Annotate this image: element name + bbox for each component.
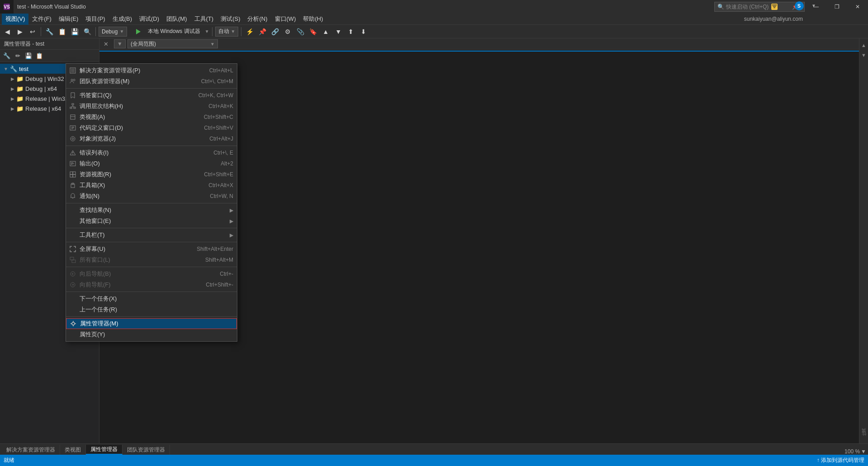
- bottom-tab-classview[interactable]: 类视图: [60, 445, 86, 455]
- toolbar-btn-i[interactable]: ⬆: [345, 26, 356, 37]
- svg-point-26: [72, 154, 73, 155]
- menu-prev-task[interactable]: 上一个任务(R): [66, 304, 237, 315]
- menu-item-debug[interactable]: 调试(D): [136, 14, 163, 25]
- svg-rect-12: [74, 107, 75, 108]
- toolbar-btn-4[interactable]: 💾: [69, 26, 80, 37]
- titlebar: VS test - Microsoft Visual Studio 🔍 快速启动…: [0, 0, 868, 14]
- menu-item-tools[interactable]: 工具(T): [191, 14, 217, 25]
- menu-sep-1: [66, 88, 237, 89]
- right-label-1[interactable]: 属: [861, 434, 867, 438]
- sidebar-tool-btn-4[interactable]: 📋: [34, 51, 44, 61]
- search-icon: 🔍: [717, 4, 724, 10]
- bottom-tab-teamexplorer[interactable]: 团队资源管理器: [123, 445, 170, 455]
- menubar: 视图(V) 文件(F) 编辑(E) 项目(P) 生成(B) 调试(D) 团队(M…: [0, 14, 868, 25]
- menu-error-list[interactable]: 错误列表(I) Ctrl+\, E: [66, 147, 237, 158]
- scope-name-dropdown[interactable]: (全局范围) ▼: [127, 39, 218, 48]
- svg-rect-38: [72, 260, 75, 263]
- menu-other-windows[interactable]: 其他窗口(E) ▶: [66, 216, 237, 226]
- toolbar-btn-j[interactable]: ⬇: [358, 26, 369, 37]
- menu-item-test[interactable]: 测试(S): [217, 14, 244, 25]
- menu-all-windows: 所有窗口(L) Shift+Alt+M: [66, 254, 237, 265]
- class-view-icon: [69, 113, 77, 121]
- add-to-source-control[interactable]: ↑ 添加到源代码管理: [817, 457, 864, 464]
- toolbar-btn-5[interactable]: 🔍: [82, 26, 93, 37]
- menu-team-explorer[interactable]: 团队资源管理器(M) Ctrl+\, Ctrl+M: [66, 76, 237, 87]
- user-account[interactable]: sunkaiyuan@aliyun.com: [744, 16, 803, 22]
- resource-view-icon: [69, 170, 77, 179]
- undo-btn[interactable]: ↩: [27, 26, 38, 37]
- sidebar-tool-btn-2[interactable]: ✏: [13, 51, 23, 61]
- svg-point-9: [73, 79, 75, 81]
- quick-launch-placeholder: 快速启动 (Ctrl+Q): [726, 3, 769, 11]
- config-dropdown[interactable]: Debug ▼: [99, 27, 127, 37]
- menu-resource-view[interactable]: 资源视图(R) Ctrl+Shift+E: [66, 169, 237, 180]
- menu-sep-7: [66, 292, 237, 292]
- right-label-2[interactable]: 性: [861, 438, 867, 442]
- scope-dropdown[interactable]: ▼: [114, 39, 126, 48]
- right-sidebar-btn-1[interactable]: ▲: [860, 41, 868, 49]
- toolbar-btn-3[interactable]: 📋: [57, 26, 67, 37]
- back-btn[interactable]: ◀: [2, 26, 13, 37]
- menu-item-build[interactable]: 生成(B): [109, 14, 136, 25]
- content-close-btn[interactable]: ✕: [101, 39, 110, 48]
- bottom-tab-propmanager[interactable]: 属性管理器: [86, 445, 123, 455]
- menu-code-definition[interactable]: 代码定义窗口(D) Ctrl+Shift+V: [66, 122, 237, 133]
- menu-item-team[interactable]: 团队(M): [163, 14, 191, 25]
- toolbar-btn-b[interactable]: 📌: [257, 26, 268, 37]
- menu-find-results[interactable]: 查找结果(N) ▶: [66, 205, 237, 216]
- zoom-control[interactable]: 100 % ▼: [844, 448, 866, 455]
- toolbar-btn-2[interactable]: 🔧: [44, 26, 55, 37]
- toolbar-btn-d[interactable]: ⚙: [282, 26, 293, 37]
- menu-next-task[interactable]: 下一个任务(X): [66, 293, 237, 304]
- menu-sep-5: [66, 242, 237, 242]
- toolbar-btn-f[interactable]: 🔖: [307, 26, 318, 37]
- menu-call-hierarchy[interactable]: 调用层次结构(H) Ctrl+Alt+K: [66, 101, 237, 112]
- filter-icon-btn[interactable]: [764, 0, 785, 14]
- menu-item-edit[interactable]: 编辑(E): [55, 14, 82, 25]
- svg-point-22: [71, 137, 75, 141]
- error-list-icon: [69, 149, 77, 157]
- svg-marker-3: [136, 29, 141, 34]
- forward-nav-icon: [69, 281, 77, 289]
- right-sidebar-btn-2[interactable]: ▼: [860, 51, 868, 59]
- menu-toolbar[interactable]: 工具栏(T) ▶: [66, 230, 237, 240]
- menu-property-pages[interactable]: 属性页(Y): [66, 329, 237, 340]
- menu-fullscreen[interactable]: 全屏幕(U) Shift+Alt+Enter: [66, 244, 237, 254]
- menu-item-view[interactable]: 视图(V): [2, 14, 28, 25]
- toolbar: ◀ ▶ ↩ 🔧 📋 💾 🔍 Debug ▼ 本地 Windows 调试器 ▼ 自…: [0, 25, 868, 38]
- menu-output[interactable]: 输出(O) Alt+2: [66, 158, 237, 169]
- menu-bookmark-window[interactable]: 书签窗口(Q) Ctrl+K, Ctrl+W: [66, 90, 237, 101]
- toolbar-btn-e[interactable]: 📎: [295, 26, 306, 37]
- menu-solution-explorer[interactable]: 解决方案资源管理器(P) Ctrl+Alt+L: [66, 65, 237, 76]
- run-btn[interactable]: [132, 26, 143, 37]
- menu-item-file[interactable]: 文件(F): [28, 14, 55, 25]
- sidebar-tool-btn-1[interactable]: 🔧: [2, 51, 12, 61]
- close-btn[interactable]: ✕: [847, 0, 868, 14]
- menu-item-window[interactable]: 窗口(W): [271, 14, 300, 25]
- menu-notifications[interactable]: 通知(N) Ctrl+W, N: [66, 191, 237, 202]
- toolbar-btn-c[interactable]: 🔗: [269, 26, 280, 37]
- account-dropdown-icon[interactable]: ▼: [811, 0, 816, 11]
- menu-class-view[interactable]: 类视图(A) Ctrl+Shift+C: [66, 112, 237, 122]
- minimize-btn[interactable]: —: [806, 0, 826, 14]
- menu-object-browser[interactable]: 对象浏览器(J) Ctrl+Alt+J: [66, 133, 237, 144]
- toolbar-sep-3: [212, 27, 212, 36]
- toolbar-btn-h[interactable]: ▼: [333, 26, 344, 37]
- bottom-tab-solution[interactable]: 解决方案资源管理器: [2, 445, 60, 455]
- menu-sep-8: [66, 316, 237, 317]
- forward-btn[interactable]: ▶: [14, 26, 25, 37]
- restore-btn[interactable]: ❐: [826, 0, 847, 14]
- menu-property-manager[interactable]: 属性管理器(M): [66, 318, 237, 329]
- status-ready: 就绪: [4, 457, 14, 464]
- toolbar-btn-g[interactable]: ▲: [320, 26, 331, 37]
- platform-dropdown[interactable]: 自动 ▼: [215, 27, 239, 37]
- menu-toolbox[interactable]: 工具箱(X) Ctrl+Alt+X: [66, 180, 237, 191]
- menu-item-analyze[interactable]: 分析(N): [244, 14, 271, 25]
- menu-item-help[interactable]: 帮助(H): [299, 14, 326, 25]
- toolbar-btn-a[interactable]: ⚡: [244, 26, 255, 37]
- user-avatar[interactable]: S: [793, 0, 805, 11]
- svg-rect-37: [70, 257, 74, 260]
- sidebar-tool-btn-3[interactable]: 💾: [24, 51, 33, 61]
- menu-item-project[interactable]: 项目(P): [82, 14, 108, 25]
- svg-point-41: [72, 322, 75, 325]
